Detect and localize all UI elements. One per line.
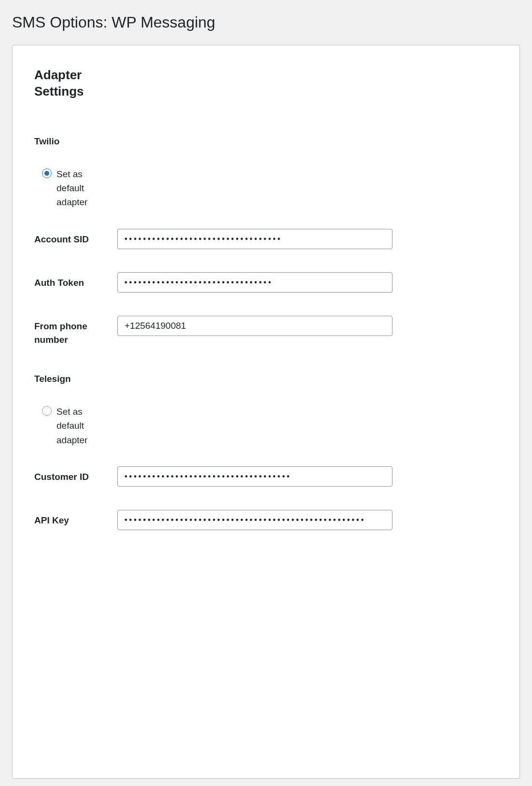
twilio-default-label[interactable]: Set as default adapter bbox=[56, 167, 110, 210]
telesign-api-key-row: API Key bbox=[34, 510, 498, 530]
adapter-twilio: Twilio Set as default adapter Account SI… bbox=[34, 136, 498, 347]
page-title: SMS Options: WP Messaging bbox=[12, 10, 520, 31]
twilio-from-phone-label: From phone number bbox=[34, 316, 117, 347]
adapter-twilio-name: Twilio bbox=[34, 136, 498, 147]
adapter-telesign: Telesign Set as default adapter Customer… bbox=[34, 374, 498, 530]
twilio-default-radio[interactable] bbox=[42, 168, 52, 178]
twilio-auth-token-wrap bbox=[117, 272, 392, 293]
telesign-default-label[interactable]: Set as default adapter bbox=[56, 405, 110, 447]
page-wrapper: SMS Options: WP Messaging Adapter Settin… bbox=[0, 0, 532, 779]
twilio-from-phone-row: From phone number bbox=[34, 316, 498, 347]
twilio-auth-token-input[interactable] bbox=[117, 272, 392, 293]
twilio-from-phone-input[interactable] bbox=[117, 316, 392, 336]
twilio-default-row: Set as default adapter bbox=[42, 167, 110, 210]
twilio-account-sid-label: Account SID bbox=[34, 229, 117, 247]
twilio-account-sid-wrap bbox=[117, 229, 392, 249]
telesign-customer-id-input[interactable] bbox=[117, 466, 392, 487]
telesign-api-key-wrap bbox=[117, 510, 392, 530]
twilio-account-sid-row: Account SID bbox=[34, 229, 498, 249]
telesign-api-key-input[interactable] bbox=[117, 510, 392, 530]
telesign-customer-id-wrap bbox=[117, 466, 392, 487]
twilio-from-phone-wrap bbox=[117, 316, 392, 336]
telesign-default-radio[interactable] bbox=[42, 406, 52, 416]
telesign-api-key-label: API Key bbox=[34, 510, 117, 528]
twilio-auth-token-label: Auth Token bbox=[34, 272, 117, 290]
twilio-auth-token-row: Auth Token bbox=[34, 272, 498, 293]
twilio-account-sid-input[interactable] bbox=[117, 229, 392, 249]
telesign-customer-id-label: Customer ID bbox=[34, 466, 117, 484]
settings-panel: Adapter Settings Twilio Set as default a… bbox=[12, 45, 520, 779]
telesign-default-row: Set as default adapter bbox=[42, 405, 110, 447]
telesign-customer-id-row: Customer ID bbox=[34, 466, 498, 487]
adapter-telesign-name: Telesign bbox=[34, 374, 498, 384]
section-heading: Adapter Settings bbox=[34, 67, 116, 100]
